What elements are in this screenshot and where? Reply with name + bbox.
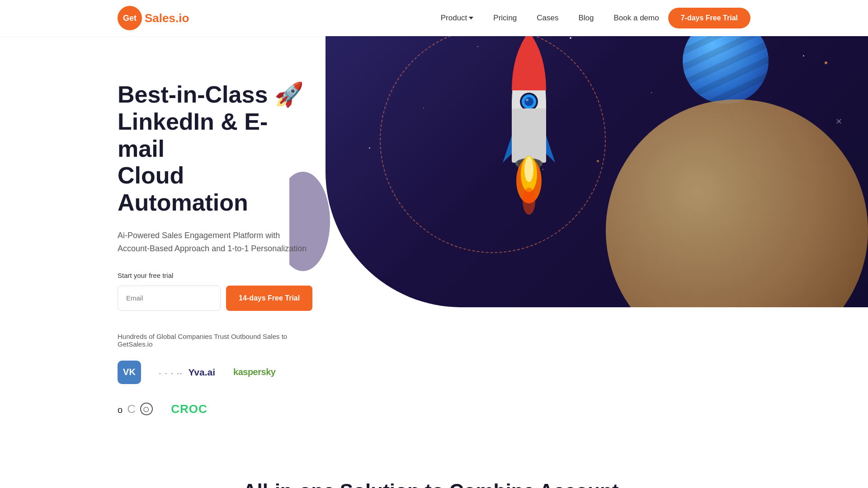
logo-link[interactable]: Get Sales.io <box>118 6 189 30</box>
logo-sales-text: Sales.io <box>145 11 189 25</box>
nav-blog-label: Blog <box>578 14 594 22</box>
logo-get-text: Get <box>123 14 137 23</box>
hero-title: Best-in-Class 🚀 LinkedIn & E-mail Cloud … <box>118 81 307 216</box>
logo-text: Sales.io <box>145 11 189 25</box>
nav-links: Product Pricing Cases Blog Book a demo <box>441 14 659 23</box>
lower-title: All-in-one Solution to Combine Account- … <box>240 479 628 488</box>
nav-item-product[interactable]: Product <box>441 14 474 23</box>
nav-cases-link[interactable]: Cases <box>537 14 558 22</box>
nav-item-pricing[interactable]: Pricing <box>493 14 517 23</box>
nav-book-demo-link[interactable]: Book a demo <box>614 14 659 22</box>
email-input[interactable] <box>118 286 221 311</box>
croc-logo: CROC <box>171 402 208 416</box>
free-trial-label: Start your free trial <box>118 272 307 279</box>
nav-item-book-demo[interactable]: Book a demo <box>614 14 659 23</box>
yva-logo: · · · ·· Yva.ai <box>159 367 215 378</box>
navbar: Get Sales.io Product Pricing Cases <box>0 0 868 36</box>
hero-right: ✕ <box>289 0 868 307</box>
lower-section: All-in-one Solution to Combine Account- … <box>0 443 868 488</box>
nav-cases-label: Cases <box>537 14 558 22</box>
svg-point-4 <box>526 99 528 101</box>
svg-rect-5 <box>512 108 546 163</box>
nav-pricing-link[interactable]: Pricing <box>493 14 517 22</box>
hero-subtitle: Ai-Powered Sales Engagement Platform wit… <box>118 229 307 255</box>
hero-title-line3: Cloud Automation <box>118 162 248 216</box>
oco-logo: o C ○ <box>118 402 153 416</box>
space-background: ✕ <box>326 0 868 307</box>
svg-point-11 <box>523 188 535 215</box>
svg-point-3 <box>524 97 533 106</box>
free-trial-14day-button[interactable]: 14-days Free Trial <box>226 286 312 311</box>
brown-planet <box>606 99 868 307</box>
nav-product-link[interactable]: Product <box>441 14 474 23</box>
nav-item-cases[interactable]: Cases <box>537 14 558 23</box>
nav-product-label: Product <box>441 14 467 23</box>
nav-pricing-label: Pricing <box>493 14 517 22</box>
nav-book-demo-label: Book a demo <box>614 14 659 22</box>
rocket <box>479 18 579 298</box>
hero-title-line2: LinkedIn & E-mail <box>118 108 268 162</box>
hero-title-line1: Best-in-Class 🚀 <box>118 81 304 108</box>
nav-item-blog[interactable]: Blog <box>578 14 594 23</box>
hero-section: Best-in-Class 🚀 LinkedIn & E-mail Cloud … <box>0 0 868 443</box>
email-form: 14-days Free Trial <box>118 286 307 311</box>
kaspersky-logo: kaspersky <box>233 367 275 377</box>
company-logos-row: VK · · · ·· Yva.ai kaspersky o C ○ CROC <box>118 361 307 416</box>
logo-circle: Get <box>118 6 142 30</box>
vk-logo: VK <box>118 361 141 384</box>
nav-free-trial-button[interactable]: 7-days Free Trial <box>668 8 750 28</box>
nav-blog-link[interactable]: Blog <box>578 14 594 22</box>
trust-text: Hundreds of Global Companies Trust Outbo… <box>118 333 307 348</box>
product-chevron-icon <box>469 17 473 19</box>
lower-title-line1: All-in-one Solution to Combine Account- <box>243 480 625 488</box>
svg-point-10 <box>524 157 533 182</box>
hero-left: Best-in-Class 🚀 LinkedIn & E-mail Cloud … <box>0 36 307 443</box>
